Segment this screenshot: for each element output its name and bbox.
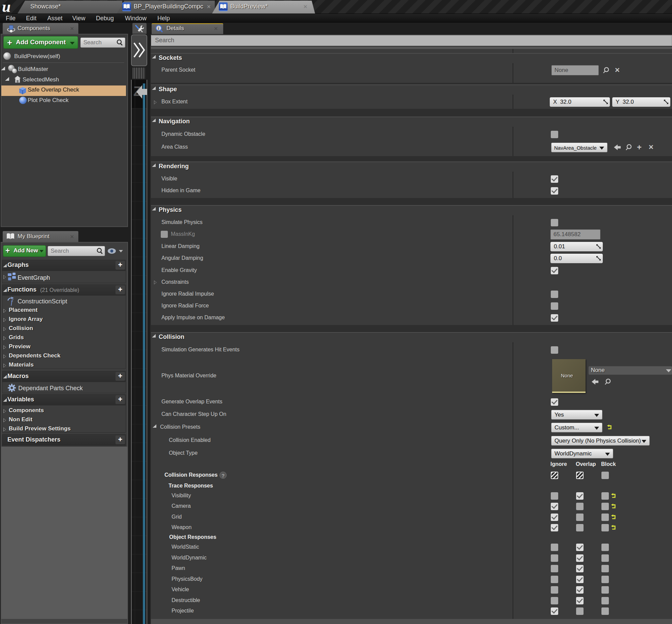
svg-text:i: i xyxy=(158,26,159,31)
svg-text:f: f xyxy=(11,298,14,306)
